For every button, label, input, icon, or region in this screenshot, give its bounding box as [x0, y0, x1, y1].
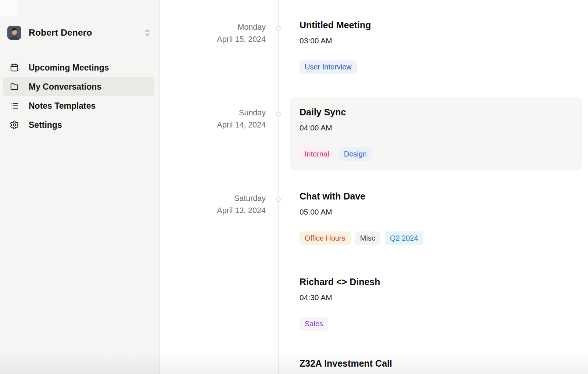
meeting-entry-richard-dinesh[interactable]: Richard <> Dinesh 04:30 AM Sales [300, 276, 380, 331]
timeline-dot [276, 112, 281, 116]
meeting-title: Z32A Investment Call [300, 357, 392, 369]
sidebar-item-label: My Conversations [29, 82, 101, 92]
meeting-time: 04:00 AM [300, 123, 573, 133]
sidebar-item-my-conversations[interactable]: My Conversations [3, 77, 154, 96]
meeting-title: Chat with Dave [300, 190, 423, 202]
sidebar-item-label: Settings [29, 120, 62, 130]
profile-name: Robert Denero [29, 28, 92, 38]
timeline-date: Sunday April 14, 2024 [160, 107, 266, 131]
sidebar-item-label: Upcoming Meetings [29, 63, 109, 73]
meeting-tag-sales[interactable]: Sales [300, 317, 328, 331]
meeting-tag-user-interview[interactable]: User Interview [300, 60, 357, 74]
tag-row: Sales [300, 317, 380, 331]
meeting-time: 04:30 AM [300, 293, 380, 302]
chevron-updown-icon [143, 28, 151, 37]
weekday-label: Sunday [160, 107, 266, 119]
meeting-tag-q2-2024[interactable]: Q2 2024 [385, 231, 423, 245]
meeting-entry-chat-with-dave[interactable]: Chat with Dave 05:00 AM Office HoursMisc… [300, 190, 423, 245]
app: Robert Denero Upcoming Meetings My Conve… [0, 0, 588, 374]
timeline-date: Saturday April 13, 2024 [160, 193, 266, 217]
tag-row: User Interview [300, 60, 371, 74]
sidebar-item-label: Notes Templates [29, 101, 96, 111]
meeting-entry-untitled-meeting[interactable]: Untitled Meeting 03:00 AM User Interview [300, 19, 371, 74]
meeting-tag-design[interactable]: Design [339, 147, 372, 161]
sidebar-item-upcoming-meetings[interactable]: Upcoming Meetings [3, 58, 154, 77]
meeting-tag-misc[interactable]: Misc [355, 231, 380, 245]
calendar-icon [10, 63, 19, 72]
tag-row: Office HoursMiscQ2 2024 [300, 231, 423, 245]
date-label: April 14, 2024 [160, 119, 266, 131]
tag-row: InternalDesign [300, 147, 573, 161]
date-label: April 15, 2024 [160, 33, 266, 46]
meeting-time: 05:00 AM [300, 207, 423, 217]
sidebar-nav: Upcoming Meetings My Conversations Notes… [3, 58, 154, 134]
timeline-date: Monday April 15, 2024 [160, 21, 266, 46]
folder-icon [10, 82, 19, 91]
meeting-title: Richard <> Dinesh [300, 276, 380, 288]
meeting-entry-z32a-investment-call[interactable]: Z32A Investment Call [300, 357, 392, 374]
timeline-dot [276, 26, 281, 31]
meeting-entry-daily-sync[interactable]: Daily Sync 04:00 AM InternalDesign [290, 97, 582, 170]
weekday-label: Monday [160, 21, 266, 33]
sidebar-item-settings[interactable]: Settings [3, 115, 154, 134]
meeting-tag-internal[interactable]: Internal [300, 147, 334, 161]
meeting-title: Daily Sync [300, 106, 573, 118]
meeting-tag-office-hours[interactable]: Office Hours [300, 231, 351, 245]
profile-menu[interactable]: Robert Denero [7, 26, 151, 40]
window-inset [0, 0, 17, 17]
gear-icon [10, 120, 19, 130]
avatar [7, 26, 21, 40]
list-icon [10, 101, 19, 111]
sidebar: Robert Denero Upcoming Meetings My Conve… [0, 0, 160, 374]
meeting-title: Untitled Meeting [300, 19, 371, 31]
timeline: Monday April 15, 2024 Untitled Meeting 0… [160, 0, 588, 374]
sidebar-item-notes-templates[interactable]: Notes Templates [3, 96, 154, 115]
weekday-label: Saturday [160, 193, 266, 205]
meeting-time: 03:00 AM [300, 36, 371, 46]
timeline-line [278, 0, 279, 374]
date-label: April 13, 2024 [160, 205, 266, 217]
timeline-dot [276, 197, 281, 202]
